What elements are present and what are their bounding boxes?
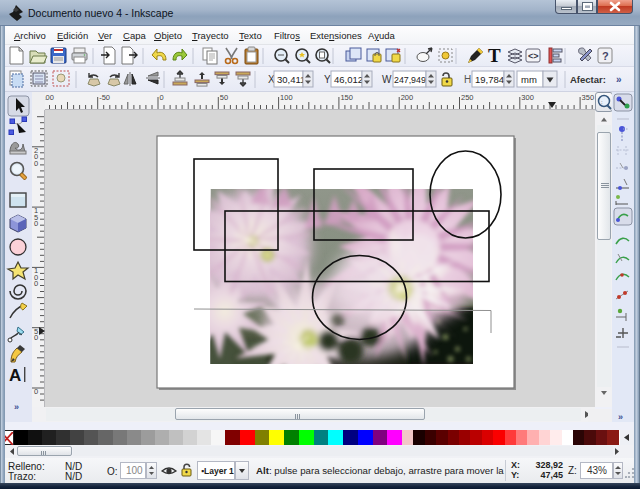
svg-text:-50: -50 [99,93,110,102]
svg-text:0: 0 [34,159,38,168]
svg-text:0: 0 [160,93,164,102]
svg-text:50: 50 [220,93,228,102]
svg-text:200: 200 [401,93,414,102]
svg-text:Y: Y [324,74,331,85]
svg-text:150: 150 [340,93,353,102]
svg-text:0: 0 [34,333,38,342]
svg-text:0: 0 [34,279,38,288]
svg-text:100: 100 [280,93,293,102]
svg-text:30,411: 30,411 [277,74,305,85]
svg-text:»: » [618,412,623,422]
svg-text:?: ? [602,50,609,62]
svg-text:H: H [464,74,471,85]
svg-text:»: » [616,74,622,85]
svg-text:0: 0 [34,387,38,396]
svg-text:»: » [14,402,19,412]
svg-text:46,012: 46,012 [334,74,363,85]
svg-text:T: T [488,45,501,66]
svg-text:19,784: 19,784 [475,74,504,85]
svg-text:W: W [382,74,392,85]
svg-text:0: 0 [34,219,38,228]
svg-text:<>: <> [528,51,539,61]
svg-text:Afectar:: Afectar: [570,74,606,85]
svg-text:247,949: 247,949 [394,75,426,85]
svg-text:A: A [9,366,21,385]
svg-text:mm: mm [521,74,537,85]
svg-text:350: 350 [582,93,595,102]
svg-text:250: 250 [461,93,474,102]
svg-text:300: 300 [521,93,534,102]
